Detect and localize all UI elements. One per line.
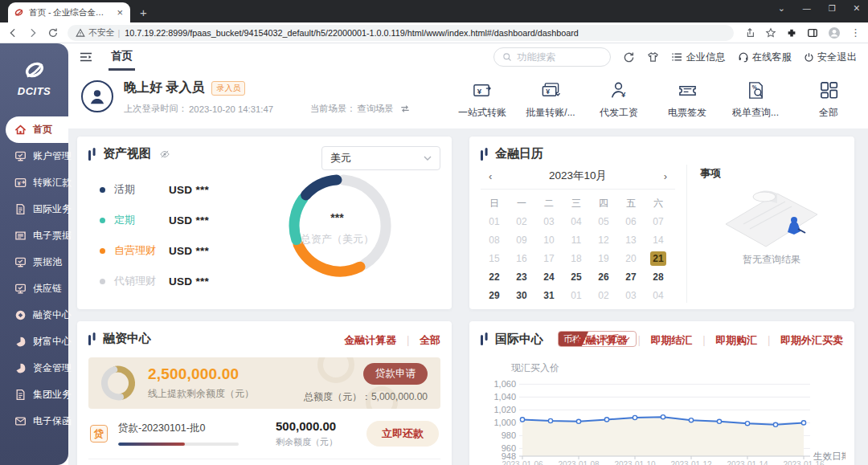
tab-home[interactable]: 首页 [108,43,135,71]
new-tab-button[interactable]: + [140,6,147,19]
calendar-day[interactable]: 03 [541,214,557,229]
calendar-day[interactable]: 18 [568,251,584,266]
legend-row[interactable]: 活期USD *** [100,182,253,197]
currency-select[interactable]: 美元 [321,146,440,170]
loan-quota-banner: 2,500,000.00 线上提款剩余额度（元） 贷款申请 总额度（元）：5,0… [88,357,440,409]
enterprise-info-link[interactable]: 企业信息 [671,51,725,64]
calendar-day[interactable]: 28 [650,270,666,284]
quick-action-all[interactable]: 全部 [805,80,852,120]
quick-action-e-bill-issue[interactable]: 电票签发 [664,80,710,120]
sidebar-item-financing[interactable]: 融资中心 [6,302,68,328]
loan-name: 贷款-20230101-批0 [118,422,253,435]
calendar-day-today[interactable]: 21 [650,251,666,266]
calendar-day[interactable]: 02 [514,214,530,229]
calendar-day[interactable]: 13 [623,233,639,247]
international-link-3[interactable]: 即期外汇买卖 [780,333,843,348]
calendar-day[interactable]: 09 [514,233,530,247]
calendar-day[interactable]: 01 [568,288,584,303]
calendar-day[interactable]: 25 [568,270,584,284]
international-link-0[interactable]: 金融计算器 [575,333,628,348]
back-icon[interactable] [7,27,18,39]
side-panel-icon[interactable] [807,27,818,39]
legend-label: 代销理财 [114,274,169,288]
collapse-menu-icon[interactable] [80,51,92,63]
international-link-2[interactable]: 即期购汇 [715,333,757,348]
function-search-input[interactable]: 功能搜索 [493,47,611,67]
calendar-day[interactable]: 05 [596,214,612,229]
legend-row[interactable]: 代销理财USD *** [100,274,253,288]
sidebar-item-transfer[interactable]: ¥转账汇款 [6,169,68,196]
forward-icon[interactable] [27,27,39,39]
calendar-day[interactable]: 14 [650,233,666,247]
calendar-day[interactable]: 20 [623,251,639,266]
calendar-day[interactable]: 10 [541,233,557,247]
switch-scene-icon[interactable] [400,104,410,113]
calendar-day[interactable]: 06 [623,214,639,229]
svg-text:¥: ¥ [621,90,626,99]
calendar-day[interactable]: 11 [568,233,584,247]
quick-action-one-stop-transfer[interactable]: ¥一站式转账 [459,80,506,120]
international-link-1[interactable]: 即期结汇 [651,333,693,348]
reload-icon[interactable] [47,27,59,39]
eye-off-icon[interactable] [159,149,170,159]
share-icon[interactable] [744,27,755,39]
tab-close-icon[interactable]: × [115,7,125,18]
quick-action-batch-transfer[interactable]: ¥批量转账/... [527,80,574,120]
sidebar-item-group[interactable]: 集团业务 [6,381,68,408]
theme-skin-icon[interactable] [647,51,659,63]
loan-apply-button[interactable]: 贷款申请 [363,363,428,385]
calendar-day[interactable]: 01 [486,214,502,229]
calendar-day[interactable]: 29 [486,288,502,303]
calendar-day[interactable]: 23 [514,270,530,284]
calendar-day[interactable]: 02 [596,288,612,303]
calendar-day[interactable]: 17 [541,251,557,266]
financing-link-1[interactable]: 全部 [420,333,440,348]
sidebar-item-e-guarantee[interactable]: 电子保函 [6,408,68,434]
url-bar[interactable]: 不安全 | 10.7.19.22:8999/fpaas_bucket/94154… [68,25,734,41]
calendar-day[interactable]: 22 [486,270,502,284]
sidebar-item-accounts[interactable]: 账户管理 [6,143,68,169]
window-menu-icon[interactable]: ⌄ [778,3,785,14]
window-minimize-icon[interactable]: — [803,4,811,13]
sidebar-item-home[interactable]: 首页 [6,116,68,143]
safe-exit-link[interactable]: 安全退出 [804,51,857,64]
financing-link-0[interactable]: 金融计算器 [344,333,396,348]
calendar-day[interactable]: 12 [596,233,612,247]
legend-row[interactable]: 自营理财USD *** [100,243,253,258]
calendar-day[interactable]: 31 [541,288,557,303]
window-restore-icon[interactable]: ❐ [829,4,836,13]
calendar-day[interactable]: 07 [650,214,666,229]
browser-menu-dots-icon[interactable]: ⋮ [850,27,861,39]
sidebar-item-bill-pool[interactable]: 票据池 [6,249,68,275]
calendar-day[interactable]: 26 [596,270,612,284]
bookmark-star-icon[interactable] [765,27,776,39]
calendar-next-icon[interactable]: › [661,170,670,182]
calendar-day[interactable]: 04 [650,288,666,303]
calendar-day[interactable]: 08 [486,233,502,247]
calendar-day[interactable]: 15 [486,251,502,266]
sidebar-item-funds[interactable]: 资金管理 [6,355,68,381]
sidebar-item-intl[interactable]: 国际业务 [6,196,68,222]
window-close-icon[interactable]: × [854,2,860,14]
quick-action-label: 全部 [819,106,838,120]
calendar-day[interactable]: 04 [568,214,584,229]
quick-action-tax-query[interactable]: %税单查询... [732,80,779,120]
profile-avatar-icon[interactable] [828,27,841,39]
legend-row[interactable]: 定期USD *** [100,213,253,227]
calendar-day[interactable]: 30 [514,288,530,303]
repay-now-button[interactable]: 立即还款 [366,421,439,447]
extensions-puzzle-icon[interactable] [786,27,797,39]
quick-action-payroll[interactable]: ¥代发工资 [596,80,642,120]
calendar-day[interactable]: 16 [514,251,530,266]
sidebar-item-wealth[interactable]: 财富中心 [6,328,68,355]
calendar-day[interactable]: 24 [541,270,557,284]
calendar-prev-icon[interactable]: ‹ [485,170,495,182]
refresh-icon[interactable] [623,51,635,63]
calendar-day[interactable]: 27 [623,270,639,284]
sidebar-item-supply-chain[interactable]: 供应链 [6,275,68,302]
sidebar-item-e-bill[interactable]: 电子票据 [6,222,68,249]
online-service-link[interactable]: 在线客服 [738,51,792,64]
browser-tab[interactable]: 首页 - 企业综合金融服务平台 × [8,2,130,22]
calendar-day[interactable]: 19 [596,251,612,266]
calendar-day[interactable]: 03 [623,288,639,303]
